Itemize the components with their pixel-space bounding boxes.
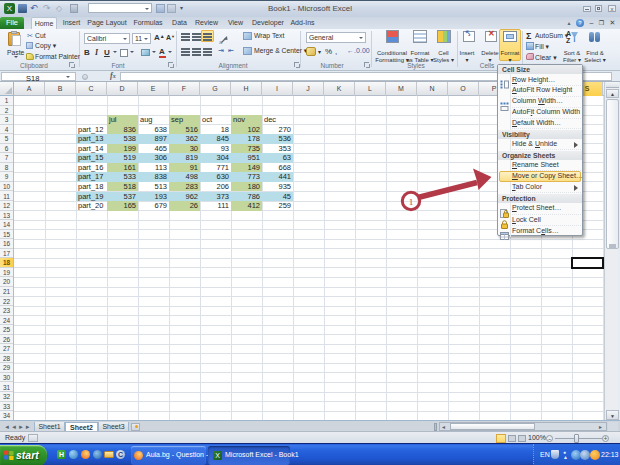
svg-text:1: 1 [409, 197, 414, 207]
